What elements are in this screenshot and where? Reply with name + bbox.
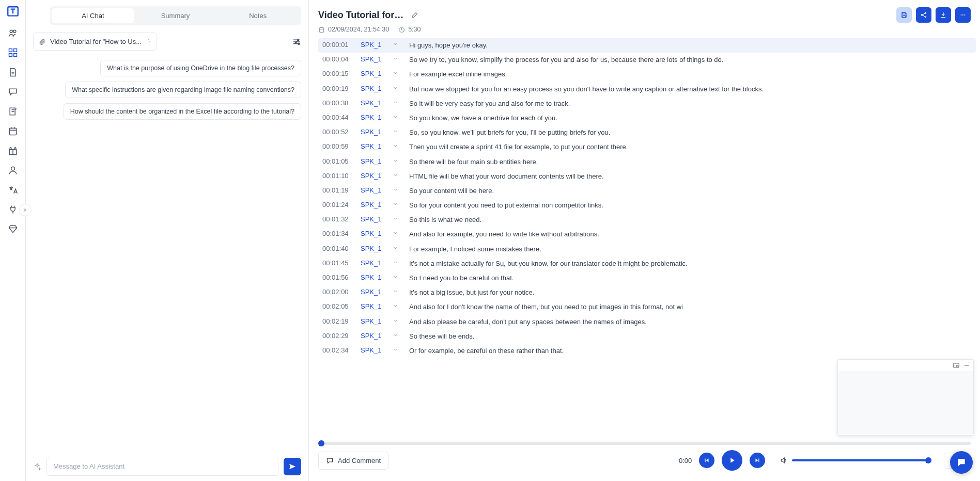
chevron-down-icon[interactable] [393, 128, 400, 136]
speaker-label[interactable]: SPK_1 [361, 332, 386, 340]
speaker-label[interactable]: SPK_1 [361, 186, 386, 194]
transcript-row[interactable]: 00:01:56 SPK_1 So I need you to be caref… [318, 271, 976, 285]
speaker-label[interactable]: SPK_1 [361, 114, 386, 121]
speaker-label[interactable]: SPK_1 [361, 55, 386, 63]
chevron-down-icon[interactable] [393, 215, 400, 223]
transcript-row[interactable]: 00:02:19 SPK_1 And also please be carefu… [318, 315, 976, 329]
gift-icon[interactable] [8, 146, 18, 156]
speaker-label[interactable]: SPK_1 [361, 245, 386, 252]
expand-rail-button[interactable] [19, 204, 32, 216]
speaker-label[interactable]: SPK_1 [361, 288, 386, 296]
chevron-down-icon[interactable] [393, 302, 400, 310]
chevron-down-icon[interactable] [393, 332, 400, 340]
skip-back-button[interactable] [699, 453, 714, 468]
transcript-row[interactable]: 00:00:15 SPK_1 For example excel inline … [318, 67, 976, 82]
transcript-row[interactable]: 00:00:01 SPK_1 Hi guys, hope you're okay… [318, 38, 976, 53]
suggestion-item[interactable]: What specific instructions are given reg… [65, 82, 301, 98]
skip-forward-button[interactable] [750, 453, 765, 468]
suggestion-item[interactable]: How should the content be organized in t… [64, 103, 301, 120]
grid-icon[interactable] [8, 47, 18, 58]
tab-ai-chat[interactable]: AI Chat [52, 8, 134, 23]
transcript-row[interactable]: 00:01:24 SPK_1 So for your content you n… [318, 198, 976, 213]
speaker-label[interactable]: SPK_1 [361, 99, 386, 107]
speaker-label[interactable]: SPK_1 [361, 157, 386, 165]
download-button[interactable] [936, 7, 951, 23]
chevron-down-icon[interactable] [393, 201, 400, 209]
transcript-row[interactable]: 00:02:05 SPK_1 And also for I don't know… [318, 300, 976, 314]
chevron-down-icon[interactable] [393, 85, 400, 92]
transcript-row[interactable]: 00:01:45 SPK_1 It's not a mistake actual… [318, 256, 976, 271]
chevron-down-icon[interactable] [393, 317, 400, 325]
chevron-down-icon[interactable] [393, 259, 400, 267]
transcript-row[interactable]: 00:01:32 SPK_1 So this is what we need. [318, 213, 976, 227]
chevron-down-icon[interactable] [393, 55, 400, 63]
speaker-label[interactable]: SPK_1 [361, 172, 386, 180]
speaker-label[interactable]: SPK_1 [361, 142, 386, 150]
user-icon[interactable] [8, 165, 18, 175]
transcript-row[interactable]: 00:01:05 SPK_1 So there will be four mai… [318, 155, 976, 169]
transcript-row[interactable]: 00:01:19 SPK_1 So your content will be h… [318, 184, 976, 198]
send-button[interactable] [284, 458, 301, 475]
add-comment-button[interactable]: Add Comment [318, 452, 388, 470]
volume-icon[interactable] [780, 456, 788, 464]
transcript-row[interactable]: 00:01:10 SPK_1 HTML file will be what yo… [318, 169, 976, 184]
speaker-label[interactable]: SPK_1 [361, 274, 386, 281]
save-button[interactable] [896, 7, 912, 23]
calendar-icon[interactable] [8, 126, 18, 136]
transcript-row[interactable]: 00:00:38 SPK_1 So it will be very easy f… [318, 97, 976, 111]
speaker-label[interactable]: SPK_1 [361, 317, 386, 325]
speaker-label[interactable]: SPK_1 [361, 128, 386, 136]
chevron-down-icon[interactable] [393, 288, 400, 296]
chevron-down-icon[interactable] [393, 157, 400, 165]
chevron-down-icon[interactable] [393, 186, 400, 194]
translate-icon[interactable] [8, 185, 18, 195]
speaker-label[interactable]: SPK_1 [361, 259, 386, 267]
chevron-down-icon[interactable] [393, 230, 400, 237]
help-chat-button[interactable] [950, 451, 973, 474]
transcript-row[interactable]: 00:00:59 SPK_1 Then you will create a sp… [318, 140, 976, 154]
transcript-row[interactable]: 00:00:44 SPK_1 So you know, we have a on… [318, 111, 976, 125]
volume-slider[interactable] [792, 459, 931, 461]
suggestion-item[interactable]: What is the purpose of using OneDrive in… [100, 60, 301, 76]
pip-icon[interactable] [953, 362, 960, 369]
transcript-row[interactable]: 00:00:19 SPK_1 But now we stopped for yo… [318, 82, 976, 97]
file-selector[interactable]: Video Tutorial for "How to Us... [33, 33, 157, 51]
chevron-down-icon[interactable] [393, 274, 400, 281]
sliders-icon[interactable] [292, 37, 301, 46]
transcript-row[interactable]: 00:02:34 SPK_1 Or for example, be carefu… [318, 344, 976, 358]
speaker-label[interactable]: SPK_1 [361, 302, 386, 310]
note-icon[interactable] [8, 106, 18, 117]
speaker-label[interactable]: SPK_1 [361, 201, 386, 209]
diamond-icon[interactable] [8, 224, 18, 234]
chevron-down-icon[interactable] [393, 99, 400, 107]
share-button[interactable] [916, 7, 931, 23]
people-icon[interactable] [8, 28, 18, 38]
chevron-down-icon[interactable] [393, 172, 400, 180]
plug-icon[interactable] [8, 204, 18, 215]
transcript-row[interactable]: 00:02:29 SPK_1 So these will be ends. [318, 329, 976, 344]
chat-icon[interactable] [8, 87, 18, 97]
speaker-label[interactable]: SPK_1 [361, 230, 386, 237]
play-button[interactable] [722, 450, 742, 471]
transcript-list[interactable]: 00:00:01 SPK_1 Hi guys, hope you're okay… [309, 38, 980, 440]
video-preview[interactable] [837, 359, 974, 436]
speaker-label[interactable]: SPK_1 [361, 41, 386, 49]
chevron-down-icon[interactable] [393, 346, 400, 354]
speaker-label[interactable]: SPK_1 [361, 70, 386, 77]
transcript-row[interactable]: 00:02:00 SPK_1 It's not a big issue, but… [318, 285, 976, 300]
tab-notes[interactable]: Notes [216, 8, 299, 23]
chevron-down-icon[interactable] [393, 41, 400, 49]
chevron-down-icon[interactable] [393, 142, 400, 150]
transcript-row[interactable]: 00:00:52 SPK_1 So, so you know, we'll pu… [318, 125, 976, 140]
chevron-down-icon[interactable] [393, 70, 400, 77]
document-icon[interactable] [8, 67, 18, 77]
chevron-down-icon[interactable] [393, 245, 400, 252]
edit-icon[interactable] [411, 11, 418, 19]
message-input[interactable] [46, 457, 278, 476]
chevron-down-icon[interactable] [393, 114, 400, 121]
minimize-icon[interactable] [963, 362, 970, 369]
transcript-row[interactable]: 00:01:40 SPK_1 For example, I noticed so… [318, 242, 976, 256]
speaker-label[interactable]: SPK_1 [361, 215, 386, 223]
transcript-row[interactable]: 00:01:34 SPK_1 And also for example, you… [318, 227, 976, 242]
speaker-label[interactable]: SPK_1 [361, 85, 386, 92]
